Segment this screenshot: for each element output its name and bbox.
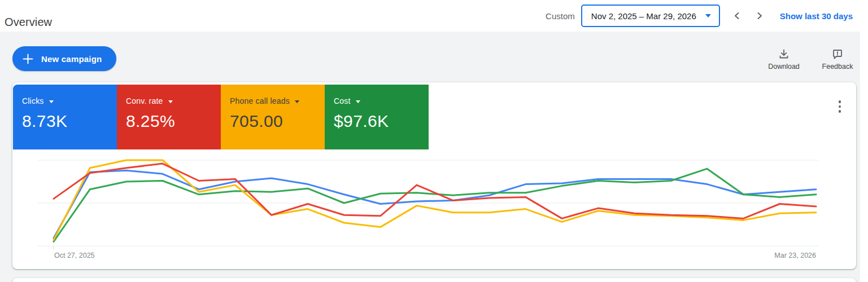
chevron-down-icon [705,14,711,17]
download-button[interactable]: Download [766,49,801,70]
x-axis-start-label: Oct 27, 2025 [54,252,95,259]
series-line-clicks [54,170,816,238]
scorecard-metric-label: Conv. rate [126,96,163,105]
more-options-button[interactable] [836,98,844,115]
feedback-icon [832,49,843,60]
previous-period-button[interactable] [728,7,746,25]
x-axis-end-label: Mar 23, 2026 [774,252,816,259]
plus-icon [23,54,33,64]
date-range-selector[interactable]: Nov 2, 2025 – Mar 29, 2026 [581,5,720,27]
top-bar: Overview Custom Nov 2, 2025 – Mar 29, 20… [0,0,868,32]
next-section-card [12,278,856,282]
scorecard-metric-label: Phone call leads [230,96,290,105]
scorecard-value: 705.00 [230,112,316,131]
chevron-down-icon [356,100,360,103]
new-campaign-label: New campaign [41,54,102,64]
feedback-button[interactable]: Feedback [820,49,855,70]
chevron-right-icon [756,12,764,20]
scorecard-clicks[interactable]: Clicks8.73K [13,85,117,149]
show-last-30-days-link[interactable]: Show last 30 days [780,11,853,21]
scorecard-metric-label: Clicks [22,96,44,105]
chevron-down-icon [168,100,173,103]
scorecard-conv-rate[interactable]: Conv. rate8.25% [117,85,221,149]
page-title: Overview [5,16,52,29]
kebab-icon [839,100,841,103]
next-period-button[interactable] [751,7,769,25]
chevron-down-icon [49,100,54,103]
scrollbar-track[interactable] [860,0,868,282]
scorecard-metric-label: Cost [334,96,351,105]
new-campaign-button[interactable]: New campaign [12,46,116,71]
card-actions: Download Feedback [766,49,855,70]
overview-card: Clicks8.73KConv. rate8.25%Phone call lea… [12,82,856,269]
scorecard-cost[interactable]: Cost$97.6K [325,85,429,149]
date-controls: Custom Nov 2, 2025 – Mar 29, 2026 Show l… [546,0,853,32]
feedback-label: Feedback [822,63,853,70]
download-label: Download [768,63,800,70]
scorecard-row: Clicks8.73KConv. rate8.25%Phone call lea… [13,85,429,149]
performance-chart: Oct 27, 2025Mar 23, 2026 [12,152,856,265]
series-line-cost [54,169,816,241]
download-icon [778,49,790,60]
date-range-value: Nov 2, 2025 – Mar 29, 2026 [591,11,696,21]
scorecard-phone-call-leads[interactable]: Phone call leads705.00 [221,85,325,149]
date-mode-label: Custom [546,11,575,21]
scorecard-value: $97.6K [334,112,420,131]
chevron-left-icon [733,12,741,20]
scorecard-value: 8.25% [126,112,212,131]
scorecard-value: 8.73K [22,112,108,131]
series-line-conv-rate [54,164,816,218]
chevron-down-icon [295,100,299,103]
